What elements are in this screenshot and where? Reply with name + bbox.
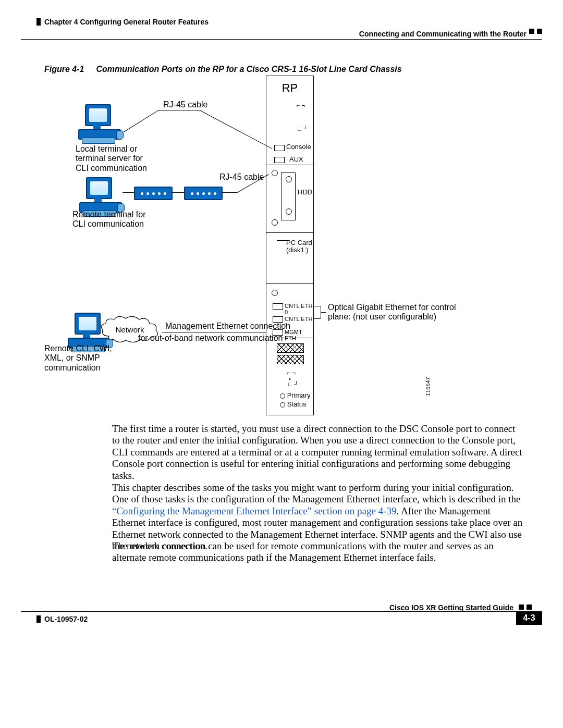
- modem-icon: [184, 187, 223, 200]
- figure-title: Communication Ports on the RP for a Cisc…: [96, 65, 401, 73]
- cntl-eth0-label: CNTL ETH 0: [285, 303, 313, 315]
- header-rule: [21, 39, 542, 40]
- rp-title: RP: [266, 81, 313, 95]
- footer-accent-square: [519, 604, 524, 610]
- footer-accent-square: [527, 604, 532, 610]
- rp-divider: [266, 232, 313, 233]
- footer-doc-number: OL-10957-02: [44, 615, 88, 623]
- footer-accent-left: [36, 615, 41, 623]
- para2-pre: This chapter describes some of the tasks…: [112, 482, 521, 504]
- hatched-slot-icon: [277, 343, 304, 353]
- bracket-top: ⌐ ¬: [287, 369, 296, 376]
- header-accent-square: [529, 29, 534, 34]
- body-paragraph-1: The first time a router is started, you …: [112, 423, 524, 482]
- status-led: Status: [280, 400, 306, 408]
- figure-diagram: RP ⌐ ¬ ∟ ┘ Console AUX HDD PC Card: [44, 76, 519, 419]
- cntl-eth0-port-icon: [273, 303, 283, 310]
- figure-number: Figure 4-1: [44, 65, 94, 74]
- modem-icon: [134, 187, 173, 200]
- rp-bracket: ⌐ ¬: [297, 102, 305, 108]
- console-port-icon: [274, 145, 285, 151]
- rj45-label-top: RJ-45 cable: [163, 100, 207, 109]
- rj45-label-mid: RJ-45 cable: [219, 172, 264, 182]
- aux-port-icon: [274, 157, 285, 163]
- figure-caption: Figure 4-1 Communication Ports on the RP…: [44, 65, 402, 74]
- hdd-label: HDD: [298, 188, 312, 196]
- local-terminal-label: Local terminal or terminal server for CL…: [76, 144, 147, 173]
- hdd-bay-icon: [281, 172, 296, 220]
- page-number: 4-3: [516, 611, 542, 625]
- optical-gigabit-label: Optical Gigabit Ethernet for control pla…: [328, 303, 456, 322]
- rp-bracket: ∟ ┘: [297, 126, 308, 132]
- body-paragraph-3: The modem connection can be used for rem…: [112, 540, 524, 564]
- hatched-slot-icon: [277, 355, 304, 364]
- rp-divider: [266, 165, 313, 165]
- console-port-label: Console: [286, 143, 311, 151]
- figure-image-id: 116547: [425, 377, 431, 396]
- rp-panel: RP ⌐ ¬ ∟ ┘ Console AUX HDD PC Card: [266, 76, 314, 415]
- primary-led: Primary: [280, 391, 310, 399]
- footer-guide-title: Cisco IOS XR Getting Started Guide: [389, 603, 513, 612]
- header-accent-square: [537, 29, 542, 34]
- footer-rule: [21, 611, 516, 612]
- mgmt-ethernet-link[interactable]: “Configuring the Management Ethernet Int…: [112, 505, 397, 516]
- rp-divider: [266, 283, 313, 284]
- header-chapter: Chapter 4 Configuring General Router Fea…: [44, 18, 209, 26]
- workstation-icon: [76, 104, 123, 143]
- remote-terminal-label: Remote terminal for CLI communication: [72, 210, 146, 229]
- bracket-bot: ∟ ┘: [287, 381, 299, 387]
- remote-snmp-label: Remote CLI, CWI, XML, or SNMP communicat…: [44, 344, 112, 373]
- aux-port-label: AUX: [289, 155, 303, 163]
- pccard-label: PC Card (disk1:): [286, 239, 312, 254]
- header-section: Connecting and Communicating with the Ro…: [359, 30, 527, 38]
- mgmt-oob-label: for out-of-band network communciation: [138, 334, 283, 343]
- header-accent-left: [36, 18, 41, 26]
- mgmt-connection-label: Management Ethernet connection: [165, 321, 290, 331]
